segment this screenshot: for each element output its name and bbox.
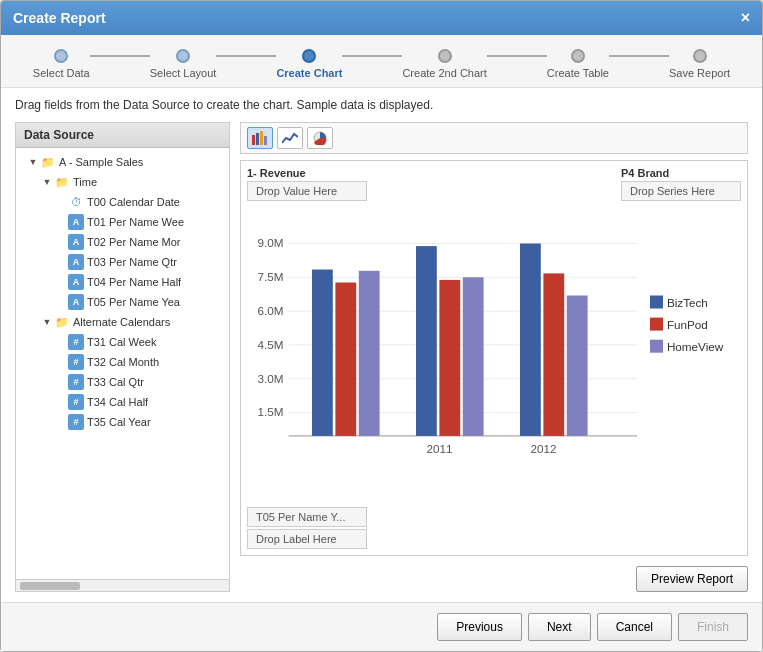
svg-text:FunPod: FunPod (667, 318, 708, 331)
finish-button[interactable]: Finish (678, 613, 748, 641)
line-chart-button[interactable] (277, 127, 303, 149)
previous-button[interactable]: Previous (437, 613, 522, 641)
tree-item-time[interactable]: ▼ 📁 Time (16, 172, 229, 192)
tree-item-t01[interactable]: ▶ A T01 Per Name Wee (16, 212, 229, 232)
step-create-2nd-chart[interactable]: Create 2nd Chart (402, 49, 486, 79)
a-icon-t03: A (68, 254, 84, 270)
svg-text:7.5M: 7.5M (257, 270, 283, 283)
step-dot-select-data (54, 49, 68, 63)
a-icon-t02: A (68, 234, 84, 250)
step-label-save-report: Save Report (669, 67, 730, 79)
tree-item-t02[interactable]: ▶ A T02 Per Name Mor (16, 232, 229, 252)
horizontal-scrollbar[interactable] (16, 579, 229, 591)
step-save-report[interactable]: Save Report (669, 49, 730, 79)
cancel-button[interactable]: Cancel (597, 613, 672, 641)
value-drop-area: 1- Revenue Drop Value Here (247, 167, 367, 201)
chart-canvas: 1- Revenue Drop Value Here P4 Brand Drop… (240, 160, 748, 556)
svg-rect-33 (650, 340, 663, 353)
drop-value-label: 1- Revenue (247, 167, 367, 179)
svg-text:9.0M: 9.0M (257, 236, 283, 249)
hash-icon-t35: # (68, 414, 84, 430)
preview-report-button[interactable]: Preview Report (636, 566, 748, 592)
tree-item-t33[interactable]: ▶ # T33 Cal Qtr (16, 372, 229, 392)
dialog-header: Create Report × (1, 1, 762, 35)
data-source-panel: Data Source ▼ 📁 A - Sample Sales ▼ 📁 Tim… (15, 122, 230, 592)
svg-rect-3 (264, 136, 267, 145)
step-dot-create-table (571, 49, 585, 63)
tree-item-t04[interactable]: ▶ A T04 Per Name Half (16, 272, 229, 292)
drop-value-zone[interactable]: Drop Value Here (247, 181, 367, 201)
drop-series-zone[interactable]: Drop Series Here (621, 181, 741, 201)
svg-rect-29 (650, 296, 663, 309)
tree-label-time: Time (73, 176, 97, 188)
tree-item-a-sample-sales[interactable]: ▼ 📁 A - Sample Sales (16, 152, 229, 172)
svg-rect-2 (260, 131, 263, 145)
arrow-alternate-calendars: ▼ (40, 315, 54, 329)
step-label-create-2nd-chart: Create 2nd Chart (402, 67, 486, 79)
instruction-text: Drag fields from the Data Source to crea… (15, 98, 748, 112)
step-dot-select-layout (176, 49, 190, 63)
tree-label-t04: T04 Per Name Half (87, 276, 181, 288)
svg-rect-22 (439, 280, 460, 436)
tree-item-t34[interactable]: ▶ # T34 Cal Half (16, 392, 229, 412)
tree-item-alternate-calendars[interactable]: ▼ 📁 Alternate Calendars (16, 312, 229, 332)
svg-rect-0 (252, 135, 255, 145)
step-create-chart[interactable]: Create Chart (276, 49, 342, 79)
svg-rect-19 (335, 283, 356, 436)
tree-label-t03: T03 Per Name Qtr (87, 256, 177, 268)
close-button[interactable]: × (741, 9, 750, 27)
svg-text:3.0M: 3.0M (257, 372, 283, 385)
step-connector-4 (487, 55, 547, 57)
label-drop-area: T05 Per Name Y... Drop Label Here (247, 507, 367, 549)
svg-rect-25 (543, 273, 564, 436)
tree-label-t31: T31 Cal Week (87, 336, 157, 348)
step-select-data[interactable]: Select Data (33, 49, 90, 79)
dialog-body: Drag fields from the Data Source to crea… (1, 88, 762, 602)
tree-label-t33: T33 Cal Qtr (87, 376, 144, 388)
bar-chart-button[interactable] (247, 127, 273, 149)
svg-text:6.0M: 6.0M (257, 304, 283, 317)
tree-label-t01: T01 Per Name Wee (87, 216, 184, 228)
step-label-select-data: Select Data (33, 67, 90, 79)
chart-toolbar (240, 122, 748, 154)
svg-rect-20 (359, 271, 380, 436)
dialog-footer: Previous Next Cancel Finish (1, 602, 762, 651)
tree-item-t31[interactable]: ▶ # T31 Cal Week (16, 332, 229, 352)
bar-chart-svg: 9.0M 7.5M 6.0M 4.5M 3.0M 1.5M (247, 205, 741, 503)
svg-text:2012: 2012 (530, 442, 556, 455)
folder-icon-alternate-calendars: 📁 (54, 314, 70, 330)
chart-bottom-row: T05 Per Name Y... Drop Label Here (247, 507, 741, 549)
arrow-a-sample-sales: ▼ (26, 155, 40, 169)
tree-label-t02: T02 Per Name Mor (87, 236, 181, 248)
svg-text:1.5M: 1.5M (257, 405, 283, 418)
hash-icon-t32: # (68, 354, 84, 370)
pie-chart-button[interactable] (307, 127, 333, 149)
drop-label-zone-hint[interactable]: Drop Label Here (247, 529, 367, 549)
svg-rect-26 (567, 296, 588, 436)
a-icon-t01: A (68, 214, 84, 230)
a-icon-t05: A (68, 294, 84, 310)
next-button[interactable]: Next (528, 613, 591, 641)
tree-label-t00: T00 Calendar Date (87, 196, 180, 208)
step-label-create-table: Create Table (547, 67, 609, 79)
tree-item-t05[interactable]: ▶ A T05 Per Name Yea (16, 292, 229, 312)
svg-rect-23 (463, 277, 484, 436)
drop-label-zone-current[interactable]: T05 Per Name Y... (247, 507, 367, 527)
tree-item-t00[interactable]: ▶ ⏱ T00 Calendar Date (16, 192, 229, 212)
tree-container[interactable]: ▼ 📁 A - Sample Sales ▼ 📁 Time ▶ ⏱ (16, 148, 229, 579)
wizard-steps: Select Data Select Layout Create Chart C… (1, 35, 762, 88)
step-connector-1 (90, 55, 150, 57)
hash-icon-t33: # (68, 374, 84, 390)
tree-item-t32[interactable]: ▶ # T32 Cal Month (16, 352, 229, 372)
svg-rect-24 (520, 244, 541, 436)
step-select-layout[interactable]: Select Layout (150, 49, 217, 79)
step-connector-5 (609, 55, 669, 57)
data-source-header: Data Source (16, 123, 229, 148)
step-connector-2 (216, 55, 276, 57)
tree-label-a-sample-sales: A - Sample Sales (59, 156, 143, 168)
svg-rect-21 (416, 246, 437, 436)
series-drop-area: P4 Brand Drop Series Here (621, 167, 741, 201)
tree-item-t03[interactable]: ▶ A T03 Per Name Qtr (16, 252, 229, 272)
tree-item-t35[interactable]: ▶ # T35 Cal Year (16, 412, 229, 432)
step-create-table[interactable]: Create Table (547, 49, 609, 79)
